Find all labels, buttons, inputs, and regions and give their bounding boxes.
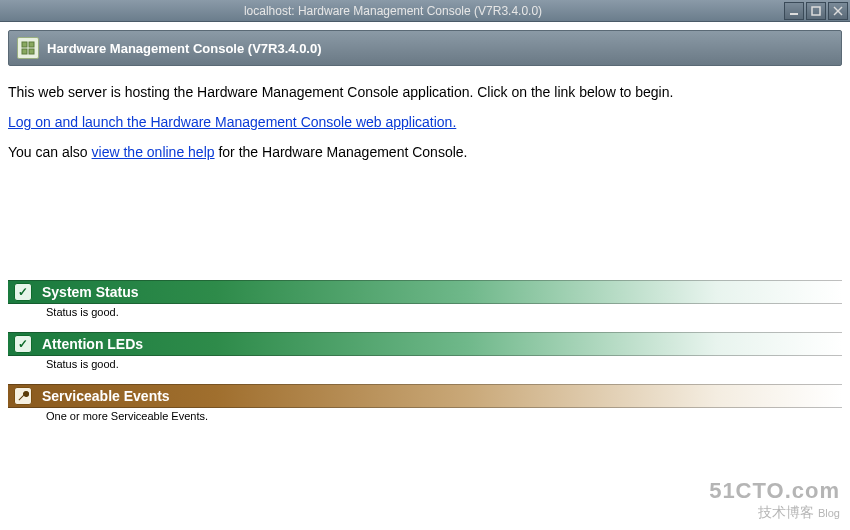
intro-text: This web server is hosting the Hardware … [8,84,842,100]
page-content: Hardware Management Console (V7R3.4.0.0)… [0,22,850,444]
attention-leds-bar[interactable]: ✓ Attention LEDs [8,332,842,356]
watermark-line1: 51CTO.com [709,478,840,504]
attention-leds-subtitle: Status is good. [8,356,842,370]
system-status-title: System Status [42,284,138,300]
status-block-leds: ✓ Attention LEDs Status is good. [8,332,842,370]
check-icon: ✓ [14,283,32,301]
maximize-button[interactable] [806,2,826,20]
watermark-line2: 技术博客 Blog [709,504,840,522]
watermark: 51CTO.com 技术博客 Blog [709,478,840,522]
window-controls [784,2,848,20]
window-titlebar: localhost: Hardware Management Console (… [0,0,850,22]
svg-rect-6 [22,49,27,54]
svg-rect-5 [29,42,34,47]
svg-rect-1 [812,7,820,15]
wrench-icon [14,387,32,405]
launch-link-row: Log on and launch the Hardware Managemen… [8,114,842,130]
serviceable-events-title: Serviceable Events [42,388,170,404]
serviceable-events-subtitle: One or more Serviceable Events. [8,408,842,422]
help-row: You can also view the online help for th… [8,144,842,160]
serviceable-events-bar[interactable]: Serviceable Events [8,384,842,408]
check-icon: ✓ [14,335,32,353]
launch-hmc-link[interactable]: Log on and launch the Hardware Managemen… [8,114,456,130]
help-suffix: for the Hardware Management Console. [215,144,468,160]
status-block-system: ✓ System Status Status is good. [8,280,842,318]
close-button[interactable] [828,2,848,20]
status-block-events: Serviceable Events One or more Serviceab… [8,384,842,422]
svg-rect-7 [29,49,34,54]
attention-leds-title: Attention LEDs [42,336,143,352]
page-header: Hardware Management Console (V7R3.4.0.0) [8,30,842,66]
servers-icon [17,37,39,59]
page-header-title: Hardware Management Console (V7R3.4.0.0) [47,41,322,56]
svg-rect-0 [790,13,798,15]
minimize-button[interactable] [784,2,804,20]
online-help-link[interactable]: view the online help [92,144,215,160]
svg-rect-4 [22,42,27,47]
system-status-subtitle: Status is good. [8,304,842,318]
help-prefix: You can also [8,144,92,160]
system-status-bar[interactable]: ✓ System Status [8,280,842,304]
window-title: localhost: Hardware Management Console (… [2,4,784,18]
